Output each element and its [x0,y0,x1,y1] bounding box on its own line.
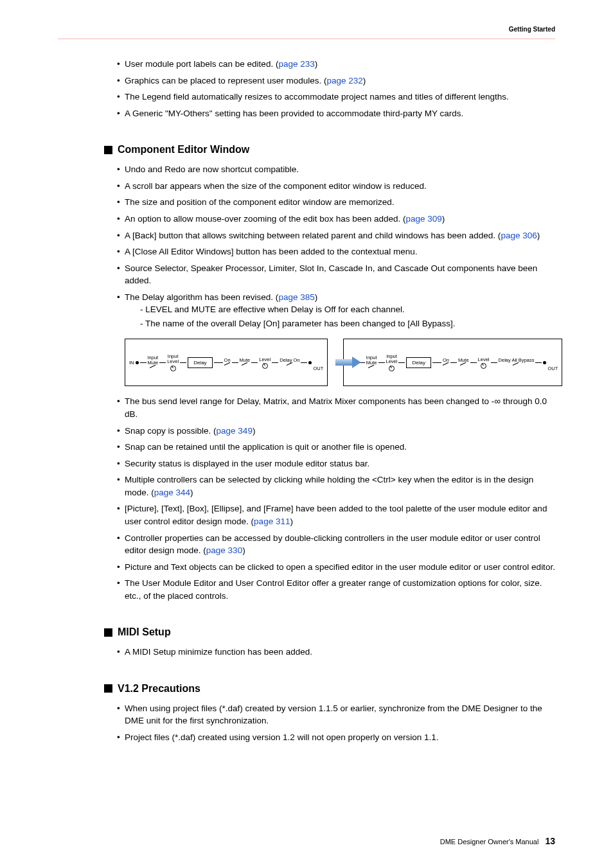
dial-icon [481,363,486,369]
chapter-header: Getting Started [509,26,555,33]
port-dot-icon [543,361,546,364]
list-item: A [Close All Editor Windows] button has … [117,245,555,258]
signal-flow-diagram: IN InputMute InputLevel Delay On Mute Le… [125,339,555,386]
section-title: Component Editor Window [118,144,249,155]
page-link[interactable]: page 311 [254,517,290,526]
list-item: The Delay algorithm has been revised. (p… [117,291,555,330]
list-item: Security status is displayed in the user… [117,457,555,470]
page-link[interactable]: page 306 [501,231,537,240]
out-label: OUT [313,366,323,371]
square-bullet-icon [104,684,112,693]
list-item: The size and position of the component e… [117,196,555,209]
list-item: Graphics can be placed to represent user… [117,75,555,87]
square-bullet-icon [104,628,112,637]
label: Level [478,357,490,362]
list-item: The Legend field automatically resizes t… [117,91,555,103]
sub-item: - LEVEL and MUTE are effective when Dela… [140,303,555,316]
list-item: Picture and Text objects can be clicked … [117,561,555,574]
diagram-block-after: IN InputMute InputLevel Delay On Mute Le… [343,339,562,386]
top-bullet-list: User module port labels can be edited. (… [117,58,555,120]
square-bullet-icon [104,146,112,154]
switch-icon [243,364,247,368]
component-bullet-list-1: Undo and Redo are now shortcut compatibl… [117,163,555,330]
midi-bullet-list: A MIDI Setup minimize function has been … [117,646,555,659]
port-dot-icon [308,361,312,364]
list-item: When using project files (*.daf) created… [117,702,555,727]
page-link[interactable]: page 233 [278,59,314,69]
section-heading-precautions: V1.2 Precautions [104,683,555,695]
page-footer: DME Designer Owner's Manual 13 [440,836,555,846]
page-number: 13 [545,836,555,846]
list-item: A scroll bar appears when the size of th… [117,180,555,193]
list-item: A [Back] button that allows switching be… [117,229,555,242]
label: Level [386,359,398,364]
label: Mute [366,360,377,366]
list-item: User module port labels can be edited. (… [117,58,555,71]
label: Level [167,359,179,364]
text: ) [537,231,540,240]
page-link[interactable]: page 349 [217,426,253,436]
label: Delay On [280,357,299,363]
list-item: Snap copy is possible. (page 349) [117,425,555,438]
delay-box: Delay [406,357,431,368]
label: Mute [148,360,159,366]
text: ) [315,292,318,302]
text: ) [363,76,366,85]
list-item: The User Module Editor and User Control … [117,577,555,602]
text: ) [442,214,445,224]
list-item: Source Selector, Speaker Processor, Limi… [117,262,555,287]
diagram-block-before: IN InputMute InputLevel Delay On Mute Le… [125,339,328,386]
switch-icon [151,366,155,370]
dial-icon [170,366,176,371]
precautions-bullet-list: When using project files (*.daf) created… [117,702,555,744]
list-item: Project files (*.daf) created using vers… [117,731,555,744]
text: A [Back] button that allows switching be… [125,231,501,240]
section-heading-component: Component Editor Window [104,144,555,155]
out-label: OUT [547,366,558,371]
header-rule [58,39,555,39]
switch-icon [444,364,448,368]
switch-icon [369,366,373,370]
page-link[interactable]: page 385 [278,292,314,302]
page-link[interactable]: page 330 [206,545,242,555]
text: ) [290,517,293,526]
sub-item: - The name of the overall Delay [On] par… [140,317,555,330]
list-item: Undo and Redo are now shortcut compatibl… [117,163,555,176]
list-item: A Generic "MY-Others" setting has been p… [117,107,555,120]
in-label: IN [129,360,134,366]
text: ) [253,426,256,436]
text: ) [190,488,193,497]
page-link[interactable]: page 232 [326,76,362,85]
component-bullet-list-2: The bus send level range for Delay, Matr… [117,395,555,602]
manual-title: DME Designer Owner's Manual [440,838,539,846]
list-item: Controller properties can be accessed by… [117,532,555,557]
text: User module port labels can be edited. ( [125,59,278,69]
text: An option to allow mouse-over zooming of… [125,214,406,224]
label: Mute [240,357,251,363]
switch-icon [461,364,465,368]
port-dot-icon [136,361,139,364]
page-link[interactable]: page 309 [406,214,442,224]
text: Graphics can be placed to represent user… [125,76,326,85]
text: ) [242,545,245,555]
label: Level [259,357,271,362]
list-item: [Picture], [Text], [Box], [Ellipse], and… [117,502,555,527]
list-item: An option to allow mouse-over zooming of… [117,213,555,226]
text: Snap copy is possible. ( [125,426,217,436]
switch-icon [226,364,229,368]
section-heading-midi: MIDI Setup [104,626,555,638]
text: ) [315,59,318,69]
text: The Delay algorithm has been revised. ( [125,292,278,302]
list-item: A MIDI Setup minimize function has been … [117,646,555,659]
text: [Picture], [Text], [Box], [Ellipse], and… [125,504,547,526]
dial-icon [389,366,395,371]
text: Controller properties can be accessed by… [125,533,540,556]
switch-icon [514,364,518,368]
section-title: MIDI Setup [118,626,171,638]
list-item: The bus send level range for Delay, Matr… [117,395,555,420]
delay-box: Delay [188,357,212,368]
page-link[interactable]: page 344 [154,488,190,497]
list-item: Multiple controllers can be selected by … [117,474,555,499]
section-title: V1.2 Precautions [118,683,200,695]
dial-icon [262,363,268,369]
